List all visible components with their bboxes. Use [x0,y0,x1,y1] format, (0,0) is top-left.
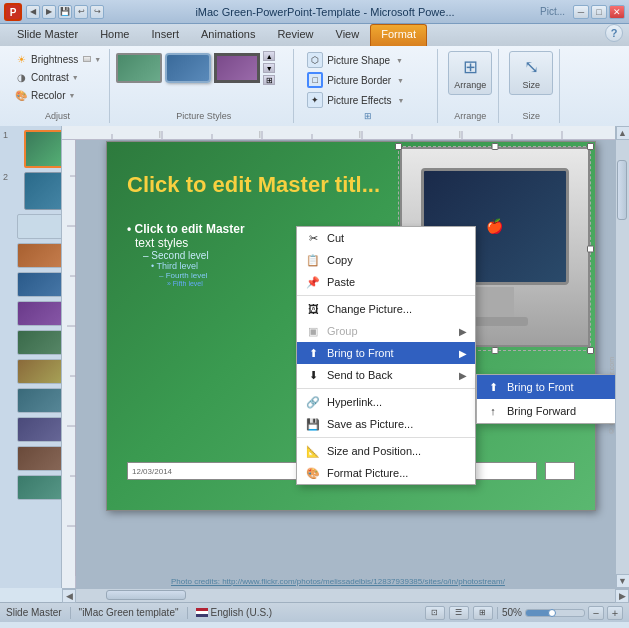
ctx-hyperlink[interactable]: 🔗 Hyperlink... [297,391,475,413]
ctx-change-picture[interactable]: 🖼 Change Picture... [297,298,475,320]
arrange-label: Arrange [454,109,486,121]
ctx-group[interactable]: ▣ Group ▶ [297,320,475,342]
picture-styles-dialog[interactable]: ⊞ [364,111,372,121]
slide-thumb-2[interactable] [24,172,62,210]
sub-bring-forward[interactable]: ↑ Bring Forward [477,399,615,423]
horizontal-scrollbar[interactable]: ◀ ▶ [62,588,629,602]
help-button[interactable]: ? [605,24,623,42]
slide-thumb-7[interactable] [17,330,62,355]
tab-animations[interactable]: Animations [190,24,266,46]
scroll-track[interactable] [616,140,629,574]
pic-style-2[interactable] [165,53,211,83]
tab-slide-master[interactable]: Slide Master [6,24,89,46]
cut-icon: ✂ [305,230,321,246]
slide-thumb-11[interactable] [17,446,62,471]
slide-thumb-1[interactable] [24,130,62,168]
ctx-send-back-label: Send to Back [327,369,392,381]
handle-br[interactable] [587,347,594,354]
bring-front-icon: ⬆ [305,345,321,361]
tab-view[interactable]: View [325,24,371,46]
picture-border-button[interactable]: □ Picture Border ▼ [304,71,431,89]
tab-format[interactable]: Format [370,24,427,46]
paste-icon: 📌 [305,274,321,290]
imac-stand [476,287,513,316]
scroll-up-btn[interactable]: ▲ [616,126,630,140]
size-position-icon: 📐 [305,443,321,459]
ctx-size-position[interactable]: 📐 Size and Position... [297,440,475,462]
contrast-button[interactable]: ◑ Contrast ▼ [12,69,103,85]
ctx-copy[interactable]: 📋 Copy [297,249,475,271]
size-button[interactable]: ⤡ Size [509,51,553,95]
ctx-cut[interactable]: ✂ Cut [297,227,475,249]
forward-btn[interactable]: ▶ [42,5,56,19]
minimize-btn[interactable]: ─ [573,5,589,19]
zoom-out-btn[interactable]: − [588,606,604,620]
maximize-btn[interactable]: □ [591,5,607,19]
vertical-scrollbar[interactable]: ▲ ▼ [615,126,629,588]
slide-thumb-8[interactable] [17,359,62,384]
separator-3 [297,437,475,438]
ctx-send-to-back[interactable]: ⬇ Send to Back ▶ [297,364,475,386]
slide-thumb-5[interactable] [17,272,62,297]
hyperlink-icon: 🔗 [305,394,321,410]
close-btn[interactable]: ✕ [609,5,625,19]
hscroll-left-btn[interactable]: ◀ [62,589,76,603]
tab-home[interactable]: Home [89,24,140,46]
zoom-slider-thumb[interactable] [548,609,556,617]
ruler-marks: | | | | [62,126,615,139]
shape-arrow: ▼ [396,57,403,64]
slide-thumb-12[interactable] [17,475,62,500]
slide-thumb-3[interactable] [17,214,62,239]
ctx-group-label: Group [327,325,358,337]
ctx-paste[interactable]: 📌 Paste [297,271,475,293]
recolor-button[interactable]: 🎨 Recolor ▼ [12,87,103,103]
tab-review[interactable]: Review [266,24,324,46]
slide-level-2: – Second level [143,250,245,261]
slide-thumb-4[interactable] [17,243,62,268]
format-picture-icon: 🎨 [305,465,321,481]
sub-bring-to-front[interactable]: ⬆ Bring to Front [477,375,615,399]
border-arrow: ▼ [397,77,404,84]
horizontal-ruler: | | | | [62,126,615,140]
ctx-save-picture[interactable]: 💾 Save as Picture... [297,413,475,435]
picture-shape-button[interactable]: ⬡ Picture Shape ▼ [304,51,431,69]
status-right: ⊡ ☰ ⊞ 50% − + [425,606,623,620]
brightness-button[interactable]: ☀ Brightness ▼ [12,51,103,67]
view-outline-btn[interactable]: ☰ [449,606,469,620]
tab-insert[interactable]: Insert [140,24,190,46]
quick-access-save[interactable]: 💾 [58,5,72,19]
ctx-format-picture[interactable]: 🎨 Format Picture... [297,462,475,484]
pic-styles-scroll: ▲ ▼ ⊞ [263,51,275,85]
pic-styles-thumbs: ▲ ▼ ⊞ [116,51,275,85]
slide-panel: 1 2 [0,126,62,588]
view-normal-btn[interactable]: ⊡ [425,606,445,620]
hscroll-thumb[interactable] [106,590,186,600]
pic-style-3[interactable] [214,53,260,83]
picture-styles-group: ▲ ▼ ⊞ Picture Styles [114,49,294,123]
scroll-thumb[interactable] [617,160,627,220]
back-btn[interactable]: ◀ [26,5,40,19]
view-slide-sorter-btn[interactable]: ⊞ [473,606,493,620]
arrange-icon: ⊞ [463,56,478,78]
zoom-in-btn[interactable]: + [607,606,623,620]
handle-bc[interactable] [491,347,498,354]
slide-thumb-6[interactable] [17,301,62,326]
picture-effects-button[interactable]: ✦ Picture Effects ▼ [304,91,431,109]
hscroll-right-btn[interactable]: ▶ [615,589,629,603]
quick-access-undo[interactable]: ↩ [74,5,88,19]
zoom-slider[interactable] [525,609,585,617]
ctx-hyperlink-label: Hyperlink... [327,396,382,408]
hscroll-track[interactable] [76,589,615,602]
status-language: English (U.S.) [196,607,273,618]
slide-thumb-10[interactable] [17,417,62,442]
slide-thumb-9[interactable] [17,388,62,413]
scroll-down-btn[interactable]: ▼ [616,574,630,588]
pic-styles-scroll-down[interactable]: ▼ [263,63,275,73]
ctx-bring-to-front[interactable]: ⬆ Bring to Front ▶ [297,342,475,364]
picture-effects-icon: ✦ [307,92,323,108]
pic-style-1[interactable] [116,53,162,83]
quick-access-redo[interactable]: ↪ [90,5,104,19]
pic-styles-more[interactable]: ⊞ [263,75,275,85]
pic-styles-scroll-up[interactable]: ▲ [263,51,275,61]
arrange-button[interactable]: ⊞ Arrange [448,51,492,95]
